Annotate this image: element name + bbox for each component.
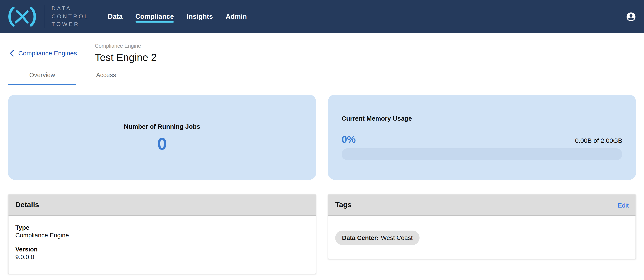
nav-item-admin[interactable]: Admin — [226, 0, 247, 33]
memory-progress-bar — [342, 149, 622, 160]
running-jobs-title: Number of Running Jobs — [124, 123, 200, 130]
running-jobs-value: 0 — [158, 135, 167, 152]
wordmark-line: TOWER — [52, 21, 89, 29]
nav-item-data[interactable]: Data — [108, 0, 122, 33]
details-card-body: Type Compliance Engine Version 9.0.0.0 — [8, 216, 316, 274]
back-link-label: Compliance Engines — [18, 50, 77, 57]
memory-usage-title: Current Memory Usage — [342, 115, 622, 122]
tags-card: Tags Edit Data Center: West Coast — [328, 195, 636, 259]
page-head: Compliance Engines Compliance Engine Tes… — [0, 33, 644, 63]
app-window: DATA CONTROL TOWER Data Compliance Insig… — [0, 0, 644, 280]
memory-usage-text: 0.00B of 2.00GB — [575, 137, 622, 145]
tab-access[interactable]: Access — [76, 72, 136, 85]
tag-value: West Coast — [381, 235, 412, 241]
edit-tags-link[interactable]: Edit — [618, 202, 629, 209]
primary-nav: Data Compliance Insights Admin — [108, 0, 247, 33]
nav-item-insights[interactable]: Insights — [187, 0, 213, 33]
tab-overview[interactable]: Overview — [8, 72, 76, 85]
stat-cards-row: Number of Running Jobs 0 Current Memory … — [8, 95, 636, 180]
tags-card-title: Tags — [335, 201, 352, 209]
field-label-type: Type — [15, 224, 309, 232]
field-value-version: 9.0.0.0 — [15, 253, 309, 261]
entity-type-label: Compliance Engine — [95, 43, 157, 49]
details-card-header: Details — [8, 195, 316, 216]
field-value-type: Compliance Engine — [15, 232, 309, 239]
back-link-compliance-engines[interactable]: Compliance Engines — [9, 50, 77, 57]
field-label-version: Version — [15, 246, 309, 253]
details-card-title: Details — [15, 201, 39, 209]
tags-card-body: Data Center: West Coast — [328, 216, 636, 259]
dct-wordmark: DATA CONTROL TOWER — [52, 5, 89, 29]
tag-pill: Data Center: West Coast — [335, 231, 420, 245]
nav-item-compliance[interactable]: Compliance — [136, 0, 174, 33]
dct-logo-icon[interactable] — [6, 7, 38, 27]
top-navbar: DATA CONTROL TOWER Data Compliance Insig… — [0, 0, 644, 33]
page-title: Test Engine 2 — [95, 52, 157, 63]
wordmark-line: DATA — [52, 5, 89, 13]
account-icon[interactable] — [626, 11, 636, 22]
wordmark-line: CONTROL — [52, 13, 89, 21]
details-card: Details Type Compliance Engine Version 9… — [8, 195, 316, 274]
info-cards-row: Details Type Compliance Engine Version 9… — [8, 195, 636, 274]
memory-percent: 0% — [342, 135, 356, 145]
memory-usage-card: Current Memory Usage 0% 0.00B of 2.00GB — [328, 95, 636, 180]
running-jobs-card: Number of Running Jobs 0 — [8, 95, 316, 180]
title-block: Compliance Engine Test Engine 2 — [95, 43, 157, 63]
tag-key: Data Center: — [342, 235, 379, 241]
logo-divider — [44, 5, 44, 28]
chevron-left-icon — [9, 50, 14, 57]
tags-card-header: Tags Edit — [328, 195, 636, 216]
tab-bar: Overview Access — [8, 72, 636, 85]
